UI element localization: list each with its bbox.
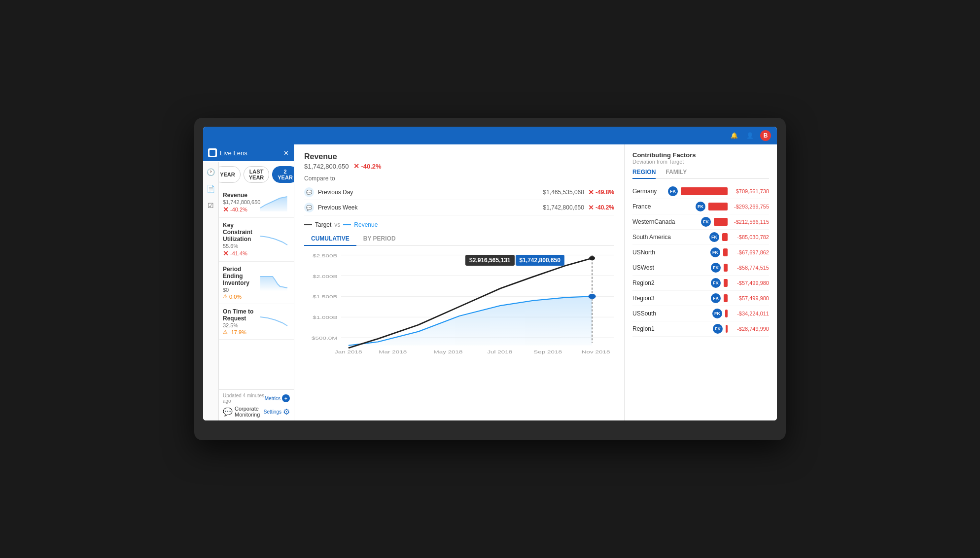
contrib-name-8: USSouth (632, 310, 709, 317)
metric-constraint[interactable]: Key Constraint Utilization 55.6% ✕ -41.4… (219, 218, 294, 262)
metric-constraint-name: Key Constraint Utilization (223, 222, 260, 243)
chart-header: Revenue $1,742,800,650 ✕ -40.2% (304, 152, 614, 170)
sidebar: Live Lens ✕ 🕐 📄 ☑ YEAR LAST YEAR (203, 144, 294, 420)
chat-icon: 💬 (223, 407, 233, 417)
add-icon[interactable]: + (282, 394, 290, 402)
contrib-name-0: Germany (632, 188, 665, 195)
metric-ontime-change: ⚠ -17.9% (223, 329, 260, 335)
sidebar-header: Live Lens ✕ (203, 144, 294, 161)
contrib-value-1: -$293,269,755 (730, 204, 769, 209)
svg-text:Nov 2018: Nov 2018 (582, 349, 610, 354)
logo-icon (208, 148, 217, 157)
contrib-bar-container-0: -$709,561,738 (681, 187, 769, 195)
x-icon: ✕ (223, 206, 229, 213)
compare-day-value: $1,465,535,068 (543, 189, 584, 196)
updated-text: Updated 4 minutes ago (223, 393, 265, 404)
contrib-bar-5 (724, 264, 728, 272)
contrib-value-8: -$34,224,011 (730, 311, 769, 316)
metric-ontime-name: On Time to Request (223, 308, 260, 322)
user-icon[interactable]: 👤 (744, 130, 755, 141)
doc-icon[interactable]: 📄 (205, 183, 217, 195)
contrib-icon-2: FK (701, 217, 711, 227)
contrib-bar-9 (726, 325, 728, 333)
x-icon: ✕ (588, 204, 594, 211)
contrib-row-7: Region3 FK -$57,499,980 (632, 291, 769, 306)
contrib-value-2: -$212,566,115 (730, 219, 769, 225)
chart-subtitle-row: $1,742,800,650 ✕ -40.2% (304, 162, 614, 170)
corp-monitoring: 💬 Corporate Monitoring (223, 406, 264, 418)
sidebar-title: Live Lens (220, 149, 247, 157)
contrib-value-5: -$58,774,515 (730, 265, 769, 271)
contrib-bar-1 (708, 203, 728, 210)
contrib-icon-1: FK (696, 202, 705, 211)
svg-text:May 2018: May 2018 (433, 349, 462, 354)
metric-constraint-info: Key Constraint Utilization 55.6% ✕ -41.4… (223, 222, 260, 257)
contrib-bar-3 (722, 233, 728, 241)
constraint-sparkline (260, 231, 290, 248)
contrib-bar-container-2: -$212,566,115 (714, 218, 769, 226)
corp-monitoring-label: Corporate Monitoring (235, 406, 264, 418)
contributing-factors-title: Contributing Factors (632, 151, 769, 159)
chart-area: Revenue $1,742,800,650 ✕ -40.2% Compare … (294, 144, 624, 420)
metric-inventory[interactable]: Period Ending Inventory $0 ⚠ 0.0% (219, 262, 294, 304)
time-buttons: YEAR LAST YEAR 2 YEAR (219, 161, 294, 188)
contrib-bar-container-8: -$34,224,011 (725, 310, 769, 317)
contrib-row-9: Region1 FK -$28,749,990 (632, 321, 769, 337)
warning-icon: ⚠ (223, 329, 228, 335)
notification-icon[interactable]: 🔔 (729, 130, 739, 141)
chart-svg: $2.500B $2.000B $1.500B $1.000B $500.0M (304, 250, 614, 358)
contrib-icon-4: FK (710, 247, 720, 257)
compare-week-icon: 💬 (304, 203, 314, 212)
tab-region[interactable]: REGION (632, 169, 656, 179)
contrib-icon-0: FK (668, 186, 678, 196)
sidebar-logo-area: Live Lens (208, 148, 247, 157)
svg-text:$2.500B: $2.500B (313, 253, 337, 258)
contributing-tabs: REGION FAMILY (632, 169, 769, 179)
tab-by-period[interactable]: BY PERIOD (356, 232, 403, 246)
contrib-bar-container-3: -$85,030,782 (722, 233, 769, 241)
contrib-name-7: Region3 (632, 295, 708, 302)
year-button[interactable]: YEAR (219, 166, 241, 183)
check-icon[interactable]: ☑ (205, 200, 217, 211)
metric-revenue-value: $1,742,800,650 (223, 199, 260, 205)
revenue-label: Revenue (354, 221, 378, 228)
settings-link[interactable]: Settings ⚙ (264, 407, 290, 417)
chart-tooltip: $2,916,565,131 $1,742,800,650 (465, 255, 564, 266)
compare-day-icon: 💬 (304, 187, 314, 197)
metrics-link[interactable]: Metrics + (265, 394, 290, 402)
metric-ontime[interactable]: On Time to Request 32.5% ⚠ -17.9% (219, 304, 294, 340)
contrib-bar-7 (724, 294, 728, 302)
svg-text:Sep 2018: Sep 2018 (533, 349, 562, 354)
contrib-bar-container-7: -$57,499,980 (724, 294, 769, 302)
contrib-row-0: Germany FK -$709,561,738 (632, 184, 769, 199)
contrib-name-3: South America (632, 234, 706, 241)
chart-container: $2,916,565,131 $1,742,800,650 $2.500B $2… (304, 250, 614, 358)
metric-inventory-value: $0 (223, 287, 260, 293)
clock-icon[interactable]: 🕐 (205, 166, 217, 178)
metric-inventory-name: Period Ending Inventory (223, 266, 260, 286)
svg-point-11 (589, 256, 595, 260)
contrib-bar-container-9: -$28,749,990 (726, 325, 769, 333)
contrib-icon-6: FK (711, 278, 721, 288)
svg-text:Jul 2018: Jul 2018 (487, 349, 512, 354)
chart-tabs: CUMULATIVE BY PERIOD (304, 232, 614, 246)
contrib-name-4: USNorth (632, 249, 707, 256)
two-year-button[interactable]: 2 YEAR (272, 166, 294, 183)
metric-ontime-value: 32.5% (223, 322, 260, 328)
settings-icon[interactable]: ⚙ (283, 407, 290, 417)
compare-row-prev-day: 💬 Previous Day $1,465,535,068 ✕ -49.8% (304, 185, 614, 200)
last-year-button[interactable]: LAST YEAR (244, 166, 270, 183)
user-badge[interactable]: B (760, 130, 771, 141)
chart-change-value: -40.2% (361, 163, 381, 170)
tab-cumulative[interactable]: CUMULATIVE (304, 232, 356, 246)
tab-family[interactable]: FAMILY (665, 169, 687, 179)
contrib-value-3: -$85,030,782 (730, 234, 769, 240)
contrib-value-9: -$28,749,990 (730, 326, 769, 332)
contrib-value-0: -$709,561,738 (730, 188, 769, 194)
close-icon[interactable]: ✕ (283, 149, 289, 157)
metric-revenue[interactable]: Revenue $1,742,800,650 ✕ -40.2% (219, 188, 294, 218)
sidebar-metrics: YEAR LAST YEAR 2 YEAR Revenue $1,742,800… (219, 161, 294, 389)
contrib-row-8: USSouth FK -$34,224,011 (632, 306, 769, 321)
contrib-bar-8 (725, 310, 728, 317)
contrib-bar-0 (681, 187, 728, 195)
